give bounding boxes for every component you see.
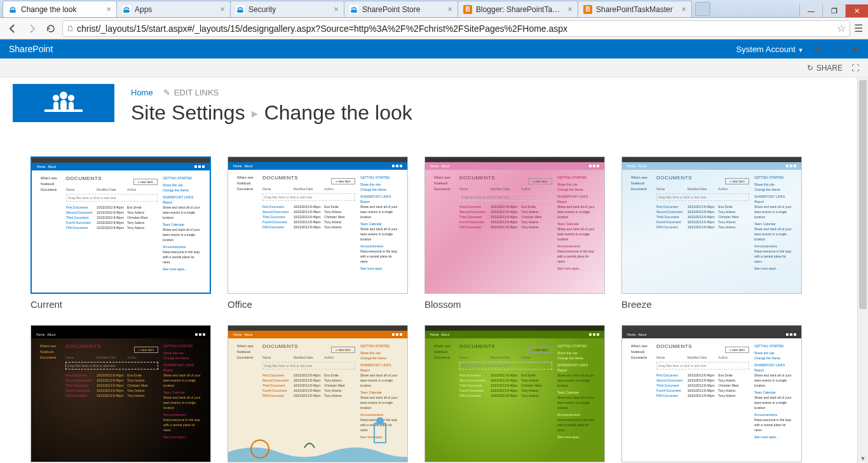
theme-card-office[interactable]: Home AboutWhat's newNotebookDocumentsDOC… — [227, 156, 408, 310]
theme-gallery: Home AboutWhat's newNotebookDocumentsDOC… — [13, 156, 857, 463]
svg-point-21 — [53, 95, 59, 101]
svg-rect-4 — [10, 10, 16, 13]
theme-thumbnail: Home AboutWhat's newNotebookDocumentsDOC… — [621, 156, 802, 294]
browser-tab[interactable]: SharePoint Store✕ — [344, 1, 458, 17]
svg-point-3 — [14, 7, 16, 9]
window-minimize-button[interactable]: — — [799, 4, 822, 17]
focus-button[interactable]: ⛶ — [851, 64, 859, 73]
sharepoint-favicon — [122, 5, 131, 14]
edit-links-button[interactable]: ✎EDIT LINKS — [163, 88, 219, 97]
tab-close-icon[interactable]: ✕ — [220, 6, 225, 13]
theme-name-label: Current — [31, 299, 211, 310]
settings-gear-icon[interactable]: ⚙ — [815, 45, 822, 54]
svg-point-22 — [60, 92, 67, 99]
sync-icon: ↻ — [807, 64, 813, 73]
browser-tab[interactable]: BBlogger: SharePointTaskM✕ — [458, 1, 578, 17]
theme-thumbnail: Home AboutWhat's newNotebookDocumentsDOC… — [227, 325, 408, 462]
forward-button[interactable] — [24, 21, 39, 36]
suite-brand[interactable]: SharePoint — [9, 44, 53, 54]
browser-tab[interactable]: Security✕ — [230, 1, 344, 17]
vertical-scrollbar[interactable]: ▼ — [857, 78, 868, 463]
title-current: Change the look — [264, 101, 412, 125]
browser-toolbar: 🗋 christ/_layouts/15/start.aspx#/_layout… — [0, 18, 868, 39]
tab-label: Security — [248, 5, 330, 14]
svg-point-8 — [128, 7, 130, 9]
site-logo[interactable] — [13, 84, 114, 122]
svg-point-16 — [351, 7, 353, 9]
svg-point-17 — [353, 6, 355, 8]
user-avatar-icon[interactable]: ☻ — [850, 45, 859, 54]
theme-card-sea-monster[interactable]: Home AboutWhat's newNotebookDocumentsDOC… — [227, 325, 408, 463]
window-close-button[interactable]: ✕ — [845, 4, 868, 17]
sharepoint-favicon — [349, 5, 358, 14]
page-title: Site Settings ▸ Change the look — [131, 101, 412, 125]
chrome-menu-button[interactable]: ☰ — [854, 22, 863, 34]
svg-point-12 — [240, 6, 241, 8]
theme-thumbnail: Home AboutWhat's newNotebookDocumentsDOC… — [31, 325, 211, 462]
svg-point-23 — [68, 95, 74, 101]
top-nav: Home ✎EDIT LINKS — [131, 88, 412, 97]
browser-tab[interactable]: Apps✕ — [116, 1, 231, 17]
sharepoint-favicon — [8, 5, 17, 14]
svg-point-11 — [238, 7, 240, 9]
browser-tab[interactable]: BSharePointTaskMaster✕ — [578, 1, 692, 17]
tab-close-icon[interactable]: ✕ — [447, 6, 452, 13]
svg-rect-26 — [69, 102, 74, 111]
browser-tab-strip: Change the look✕Apps✕Security✕SharePoint… — [0, 0, 868, 18]
tab-close-icon[interactable]: ✕ — [567, 6, 573, 13]
tab-label: Change the look — [21, 5, 102, 14]
breadcrumb-separator-icon: ▸ — [252, 106, 258, 121]
window-maximize-button[interactable]: ❐ — [822, 4, 845, 17]
svg-point-1 — [10, 7, 12, 9]
scrollbar-thumb[interactable] — [859, 80, 867, 309]
blogger-favicon: B — [583, 5, 592, 14]
account-menu[interactable]: System Account ▼ — [736, 45, 804, 54]
theme-name-label: Office — [227, 299, 408, 310]
url-text: christ/_layouts/15/start.aspx#/_layouts/… — [77, 24, 837, 34]
tab-label: Blogger: SharePointTaskM — [476, 5, 564, 14]
title-parent[interactable]: Site Settings — [131, 101, 245, 125]
blogger-favicon: B — [463, 5, 472, 14]
bookmark-star-icon[interactable]: ☆ — [837, 22, 846, 34]
help-icon[interactable]: ? — [834, 45, 839, 54]
page-icon: 🗋 — [67, 24, 74, 33]
theme-card-city[interactable]: Home AboutWhat's newNotebookDocumentsDOC… — [31, 325, 211, 463]
back-button[interactable] — [5, 21, 20, 36]
tab-label: Apps — [135, 5, 216, 14]
scroll-down-arrow-icon[interactable]: ▼ — [858, 455, 868, 462]
theme-card-nature[interactable]: Home AboutWhat's newNotebookDocumentsDOC… — [424, 325, 605, 463]
svg-point-18 — [355, 7, 357, 9]
theme-thumbnail: Home AboutWhat's newNotebookDocumentsDOC… — [31, 156, 211, 294]
new-tab-button[interactable] — [695, 2, 710, 16]
svg-rect-24 — [53, 102, 58, 111]
theme-name-label: Breeze — [621, 299, 802, 310]
svg-point-6 — [124, 7, 126, 9]
window-controls: — ❐ ✕ — [799, 4, 868, 17]
theme-name-label: Blossom — [424, 299, 605, 310]
svg-rect-14 — [237, 10, 243, 13]
pencil-icon: ✎ — [163, 88, 170, 97]
tab-label: SharePoint Store — [362, 5, 444, 14]
page-content: Home ✎EDIT LINKS Site Settings ▸ Change … — [0, 78, 857, 463]
sharepoint-favicon — [236, 5, 245, 14]
reload-button[interactable] — [43, 21, 58, 36]
ribbon-bar: ↻SHARE ⛶ — [0, 59, 868, 78]
theme-card-blossom[interactable]: Home AboutWhat's newNotebookDocumentsDOC… — [424, 156, 605, 310]
tab-close-icon[interactable]: ✕ — [334, 6, 339, 13]
sync-button[interactable]: ↻SHARE — [807, 64, 843, 73]
address-bar[interactable]: 🗋 christ/_layouts/15/start.aspx#/_layout… — [62, 20, 850, 37]
theme-card-breeze[interactable]: Home AboutWhat's newNotebookDocumentsDOC… — [621, 156, 802, 310]
svg-point-7 — [126, 6, 128, 8]
theme-thumbnail: Home AboutWhat's newNotebookDocumentsDOC… — [621, 325, 802, 462]
nav-home-link[interactable]: Home — [131, 88, 153, 97]
suite-bar: SharePoint System Account ▼ ⚙ ? ☻ — [0, 39, 868, 59]
theme-card-current[interactable]: Home AboutWhat's newNotebookDocumentsDOC… — [31, 156, 211, 310]
browser-tab[interactable]: Change the look✕ — [3, 1, 117, 17]
svg-rect-19 — [351, 10, 357, 13]
tab-label: SharePointTaskMaster — [596, 5, 677, 14]
svg-point-13 — [241, 7, 243, 9]
tab-close-icon[interactable]: ✕ — [106, 6, 111, 13]
tab-close-icon[interactable]: ✕ — [681, 6, 686, 13]
theme-card-characters[interactable]: Home AboutWhat's newNotebookDocumentsDOC… — [621, 325, 802, 463]
svg-rect-25 — [60, 100, 67, 111]
